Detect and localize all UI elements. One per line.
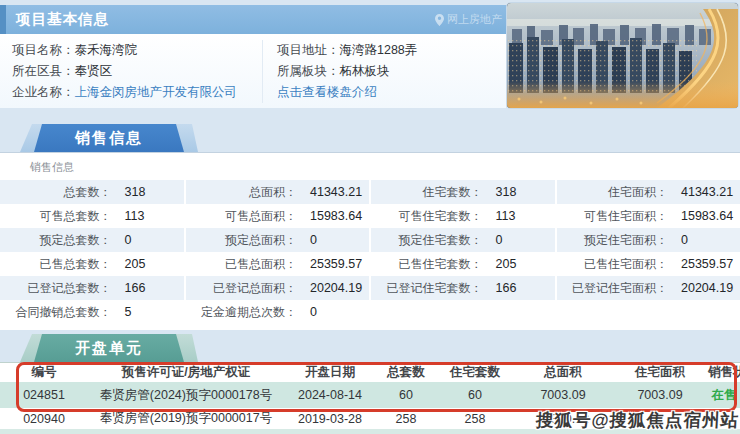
sales-field-label: 住宅面积： bbox=[557, 180, 669, 204]
tab-label: 销售信息 bbox=[34, 124, 184, 152]
table-cell: 奉贤房管(2024)预字0000178号 bbox=[88, 387, 284, 404]
sales-cell bbox=[557, 300, 740, 324]
table-cell: 020940 bbox=[0, 412, 88, 426]
sales-field-value: 318 bbox=[112, 180, 184, 204]
sales-cell: 已售住宅套数：205 bbox=[371, 252, 555, 276]
sales-cell: 可售住宅套数：113 bbox=[371, 204, 555, 228]
column-header: 销售状态 bbox=[708, 364, 740, 381]
sales-info-box: 销售信息 总套数：318总面积：41343.21住宅套数：318住宅面积：413… bbox=[0, 152, 740, 330]
sales-field-label: 已售总套数： bbox=[0, 252, 112, 276]
field-value: 海湾路1288弄 bbox=[340, 43, 418, 57]
map-badge: 网上房地产 bbox=[435, 5, 502, 34]
info-row: 点击查看楼盘介绍 bbox=[277, 82, 506, 103]
sales-cell: 定金逾期总次数：0 bbox=[186, 300, 370, 324]
sales-field-value: 41343.21 bbox=[297, 180, 369, 204]
sales-field-label: 预定住宅面积： bbox=[557, 228, 669, 252]
sales-field-label: 预定总面积： bbox=[186, 228, 298, 252]
table-cell: 7003.09 bbox=[514, 388, 612, 402]
sales-field-label: 可售总面积： bbox=[186, 204, 298, 228]
location-pin-icon bbox=[435, 14, 444, 26]
sales-info-section: 销售信息 销售信息 总套数：318总面积：41343.21住宅套数：318住宅面… bbox=[0, 124, 740, 330]
field-link[interactable]: 点击查看楼盘介绍 bbox=[277, 85, 377, 99]
sales-cell: 可售总套数：113 bbox=[0, 204, 184, 228]
watermark: 搜狐号@搜狐焦点宿州站 bbox=[535, 408, 739, 432]
sales-field-value: 5 bbox=[112, 300, 184, 324]
table-cell: 258 bbox=[436, 412, 514, 426]
sales-cell: 可售总面积：15983.64 bbox=[186, 204, 370, 228]
sales-field-value: 0 bbox=[668, 228, 740, 252]
column-header: 总套数 bbox=[376, 364, 436, 381]
sales-cell: 预定住宅套数：0 bbox=[371, 228, 555, 252]
column-header: 预售许可证/房地产权证 bbox=[88, 364, 284, 381]
table-cell: 024851 bbox=[0, 388, 88, 402]
sales-row: 预定总套数：0预定总面积：0预定住宅套数：0预定住宅面积：0 bbox=[0, 228, 740, 252]
sales-field-label: 总套数： bbox=[0, 180, 112, 204]
sales-field-value: 205 bbox=[483, 252, 555, 276]
sales-row: 已售总套数：205已售总面积：25359.57已售住宅套数：205已售住宅面积：… bbox=[0, 252, 740, 276]
sales-cell: 已登记总套数：166 bbox=[0, 276, 184, 300]
sales-cell: 已登记住宅面积：20204.19 bbox=[557, 276, 740, 300]
sales-field-value bbox=[668, 300, 740, 324]
sales-cell: 已售总套数：205 bbox=[0, 252, 184, 276]
sales-row: 可售总套数：113可售总面积：15983.64可售住宅套数：113可售住宅面积：… bbox=[0, 204, 740, 228]
sales-cell: 可售住宅面积：15983.64 bbox=[557, 204, 740, 228]
sales-cell: 住宅套数：318 bbox=[371, 180, 555, 204]
sales-field-value: 41343.21 bbox=[668, 180, 740, 204]
sales-field-value: 0 bbox=[483, 228, 555, 252]
sales-cell: 预定住宅面积：0 bbox=[557, 228, 740, 252]
sales-field-label: 总面积： bbox=[186, 180, 298, 204]
project-info-box: 项目名称：泰禾海湾院所在区县：奉贤区企业名称：上海金闵房地产开发有限公司 项目地… bbox=[0, 34, 506, 108]
city-skyline-image bbox=[507, 3, 738, 108]
table-cell: 60 bbox=[436, 388, 514, 402]
table-cell: 奉贤房管(2019)预字0000017号 bbox=[88, 410, 284, 427]
sales-cell bbox=[371, 300, 555, 324]
sales-cell: 预定总套数：0 bbox=[0, 228, 184, 252]
tab-opening-units[interactable]: 开盘单元 bbox=[20, 334, 198, 362]
project-fields-right: 项目地址：海湾路1288弄所属板块：柘林板块点击查看楼盘介绍 bbox=[262, 40, 506, 103]
sales-field-value: 0 bbox=[297, 228, 369, 252]
column-header: 编号 bbox=[0, 364, 88, 381]
column-header: 开盘日期 bbox=[284, 364, 376, 381]
page-title: 项目基本信息 bbox=[0, 5, 109, 34]
sales-field-label: 预定住宅套数： bbox=[371, 228, 483, 252]
sales-field-label: 已售住宅面积： bbox=[557, 252, 669, 276]
table-cell: 60 bbox=[376, 388, 436, 402]
sales-field-label: 可售住宅套数： bbox=[371, 204, 483, 228]
sales-rows: 总套数：318总面积：41343.21住宅套数：318住宅面积：41343.21… bbox=[0, 180, 740, 324]
sales-field-label: 已登记住宅面积： bbox=[557, 276, 669, 300]
sales-field-label: 已登记总面积： bbox=[186, 276, 298, 300]
sales-field-value: 113 bbox=[483, 204, 555, 228]
sales-field-value: 25359.57 bbox=[297, 252, 369, 276]
sales-field-label: 已登记住宅套数： bbox=[371, 276, 483, 300]
sales-cell: 已登记总面积：20204.19 bbox=[186, 276, 370, 300]
field-value: 奉贤区 bbox=[75, 64, 113, 78]
sales-field-value: 205 bbox=[112, 252, 184, 276]
table-cell: 258 bbox=[376, 412, 436, 426]
sales-cell: 总套数：318 bbox=[0, 180, 184, 204]
project-info-section: 项目基本信息 网上房地产 项目名称：泰禾海湾院所在区县：奉贤区企业名称：上海金闵… bbox=[0, 0, 740, 112]
table-header-row: 编号预售许可证/房地产权证开盘日期总套数住宅套数总面积住宅面积销售状态 bbox=[0, 363, 740, 382]
field-label: 所在区县： bbox=[12, 64, 75, 78]
sales-field-value: 20204.19 bbox=[297, 276, 369, 300]
info-row: 项目名称：泰禾海湾院 bbox=[12, 40, 262, 61]
sales-field-label: 住宅套数： bbox=[371, 180, 483, 204]
sales-field-label: 可售住宅面积： bbox=[557, 204, 669, 228]
table-cell: 2024-08-14 bbox=[284, 388, 376, 402]
sales-cell: 预定总面积：0 bbox=[186, 228, 370, 252]
sales-field-label bbox=[371, 300, 483, 324]
table-cell: 7003.09 bbox=[612, 388, 708, 402]
table-row[interactable]: 024851奉贤房管(2024)预字0000178号2024-08-146060… bbox=[0, 382, 740, 408]
status-badge: 在售 bbox=[708, 387, 740, 404]
tab-label: 开盘单元 bbox=[34, 334, 184, 362]
info-row: 项目地址：海湾路1288弄 bbox=[277, 40, 506, 61]
field-label: 所属板块： bbox=[277, 64, 340, 78]
column-header: 住宅套数 bbox=[436, 364, 514, 381]
column-header: 总面积 bbox=[514, 364, 612, 381]
sales-subtitle: 销售信息 bbox=[0, 153, 740, 180]
sales-field-value: 20204.19 bbox=[668, 276, 740, 300]
sales-field-label bbox=[557, 300, 669, 324]
field-link[interactable]: 上海金闵房地产开发有限公司 bbox=[75, 85, 238, 99]
tab-sales-info[interactable]: 销售信息 bbox=[20, 124, 198, 152]
field-value: 柘林板块 bbox=[340, 64, 390, 78]
sales-field-label: 已售总面积： bbox=[186, 252, 298, 276]
